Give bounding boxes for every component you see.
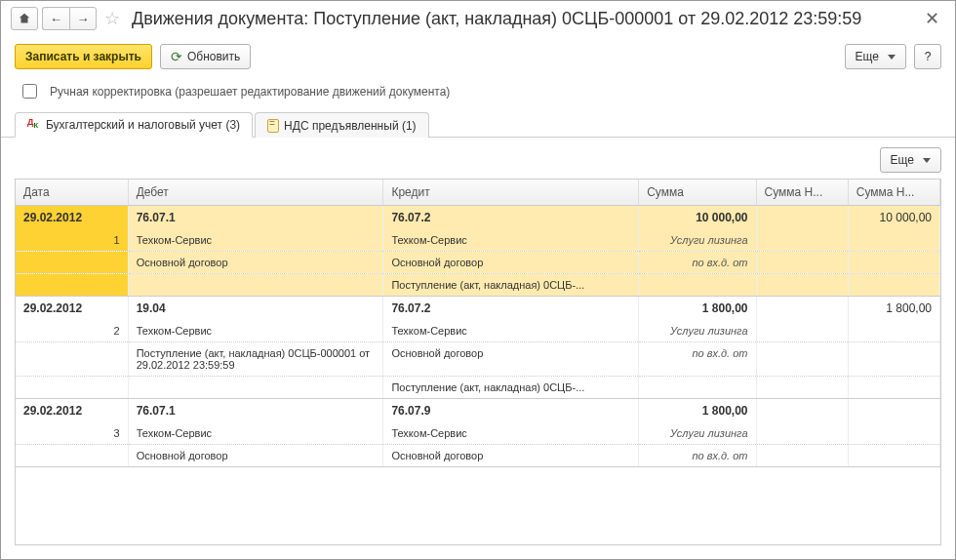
save-close-button[interactable]: Записать и закрыть: [15, 44, 152, 69]
cell-debit-line: Поступление (акт, накладная) 0СЦБ-000001…: [128, 342, 383, 377]
window-title: Движения документа: Поступление (акт, на…: [132, 9, 915, 29]
tabs: ДК Бухгалтерский и налоговый учет (3) НД…: [1, 111, 955, 138]
table-row[interactable]: 29.02.201276.07.176.07.210 000,0010 000,…: [16, 206, 940, 230]
table-subrow[interactable]: Основной договорОсновной договорпо вх.д.…: [16, 252, 940, 274]
cell-date: 29.02.2012: [16, 297, 128, 321]
cell-n: 1: [16, 229, 128, 252]
cell-sum-n2: 10 000,00: [848, 206, 939, 230]
cell-n: 3: [16, 422, 128, 445]
col-sum[interactable]: Сумма: [639, 180, 756, 206]
cell-debit-acc: 76.07.1: [128, 206, 383, 230]
cell-credit-line: Основной договор: [383, 342, 639, 377]
cell-debit-line: [128, 274, 383, 297]
main-toolbar: Записать и закрыть ⟳ Обновить Еще ?: [1, 36, 955, 77]
cell-debit-line: Основной договор: [128, 445, 383, 467]
cell-credit-acc: 76.07.2: [383, 206, 639, 230]
table-subrow[interactable]: 3Техком-СервисТехком-СервисУслуги лизинг…: [16, 422, 940, 445]
forward-button[interactable]: →: [69, 7, 97, 30]
grid-more-button[interactable]: Еще: [880, 147, 941, 173]
cell-sum-n2: 1 800,00: [848, 297, 939, 321]
cell-sum-n1: [756, 206, 848, 230]
back-button[interactable]: ←: [42, 7, 69, 30]
cell-credit-line: Поступление (акт, накладная) 0СЦБ-...: [383, 274, 639, 297]
cell-credit-line: Техком-Сервис: [383, 422, 639, 445]
cell-debit-line: Техком-Сервис: [128, 229, 383, 252]
cell-debit-line: Техком-Сервис: [128, 422, 383, 445]
refresh-button[interactable]: ⟳ Обновить: [160, 44, 251, 69]
tab-vat-label: НДС предъявленный (1): [284, 119, 416, 133]
grid-header-row: Дата Дебет Кредит Сумма Сумма Н... Сумма…: [16, 180, 940, 206]
table-subrow[interactable]: 2Техком-СервисТехком-СервисУслуги лизинг…: [16, 320, 940, 342]
dk-icon: ДК: [27, 118, 41, 132]
help-icon: ?: [925, 50, 932, 63]
col-sum-n1[interactable]: Сумма Н...: [756, 180, 848, 206]
cell-desc: по вх.д. от: [639, 252, 756, 274]
col-date[interactable]: Дата: [16, 180, 128, 206]
table-row[interactable]: 29.02.201219.0476.07.21 800,001 800,00: [16, 297, 940, 321]
cell-sum: 1 800,00: [639, 297, 756, 321]
cell-date: 29.02.2012: [16, 206, 128, 230]
cell-credit-line: Основной договор: [383, 445, 639, 467]
entries-grid[interactable]: Дата Дебет Кредит Сумма Сумма Н... Сумма…: [15, 179, 941, 545]
grid-more-label: Еще: [891, 153, 914, 167]
cell-date: 29.02.2012: [16, 399, 128, 423]
favorite-star-icon[interactable]: ☆: [100, 8, 124, 29]
cell-n: 2: [16, 320, 128, 342]
home-icon: [18, 12, 31, 25]
cell-debit-line: [128, 377, 383, 399]
col-debit[interactable]: Дебет: [128, 180, 383, 206]
table-subrow[interactable]: 1Техком-СервисТехком-СервисУслуги лизинг…: [16, 229, 940, 252]
cell-credit-line: Основной договор: [383, 252, 639, 274]
cell-sum-n1: [756, 399, 848, 423]
manual-correction-row: Ручная корректировка (разрешает редактир…: [1, 77, 955, 111]
col-credit[interactable]: Кредит: [383, 180, 639, 206]
cell-debit-line: Основной договор: [128, 252, 383, 274]
help-button[interactable]: ?: [914, 44, 941, 69]
sheet-icon: [267, 119, 279, 133]
table-subrow[interactable]: Поступление (акт, накладная) 0СЦБ-...: [16, 377, 940, 399]
cell-sum-n2: [848, 399, 939, 423]
manual-correction-label: Ручная корректировка (разрешает редактир…: [50, 85, 450, 99]
cell-sum: 1 800,00: [639, 399, 756, 423]
table-row[interactable]: 29.02.201276.07.176.07.91 800,00: [16, 399, 940, 423]
cell-sum-n1: [756, 297, 848, 321]
titlebar: ← → ☆ Движения документа: Поступление (а…: [1, 1, 955, 36]
cell-sum: 10 000,00: [639, 206, 756, 230]
cell-desc: Услуги лизинга: [639, 229, 756, 252]
refresh-label: Обновить: [187, 50, 240, 63]
more-label: Еще: [856, 50, 879, 63]
cell-desc: по вх.д. от: [639, 342, 756, 377]
tab-vat[interactable]: НДС предъявленный (1): [255, 112, 428, 138]
more-button[interactable]: Еще: [845, 44, 906, 69]
cell-desc: Услуги лизинга: [639, 422, 756, 445]
table-subrow[interactable]: Основной договорОсновной договорпо вх.д.…: [16, 445, 940, 467]
arrow-right-icon: →: [77, 12, 90, 26]
save-close-label: Записать и закрыть: [25, 50, 141, 63]
cell-desc: по вх.д. от: [639, 445, 756, 467]
manual-correction-checkbox[interactable]: [22, 84, 37, 99]
cell-debit-line: Техком-Сервис: [128, 320, 383, 342]
home-button[interactable]: [11, 7, 38, 30]
cell-debit-acc: 76.07.1: [128, 399, 383, 423]
cell-credit-line: Техком-Сервис: [383, 229, 639, 252]
cell-credit-line: Поступление (акт, накладная) 0СЦБ-...: [383, 377, 639, 399]
tab-content: Еще Дата Дебет Кредит Сумма Сумма Н... С…: [1, 138, 955, 559]
cell-credit-line: Техком-Сервис: [383, 320, 639, 342]
table-subrow[interactable]: Поступление (акт, накладная) 0СЦБ-000001…: [16, 342, 940, 377]
cell-debit-acc: 19.04: [128, 297, 383, 321]
arrow-left-icon: ←: [50, 12, 62, 26]
tab-accounting-label: Бухгалтерский и налоговый учет (3): [46, 118, 240, 132]
cell-desc: Услуги лизинга: [639, 320, 756, 342]
tab-accounting[interactable]: ДК Бухгалтерский и налоговый учет (3): [15, 112, 253, 138]
col-sum-n2[interactable]: Сумма Н...: [848, 180, 939, 206]
cell-credit-acc: 76.07.9: [383, 399, 639, 423]
table-subrow[interactable]: Поступление (акт, накладная) 0СЦБ-...: [16, 274, 940, 297]
close-button[interactable]: ✕: [919, 8, 945, 29]
close-icon: ✕: [925, 9, 939, 28]
window: ← → ☆ Движения документа: Поступление (а…: [0, 0, 956, 560]
refresh-icon: ⟳: [171, 49, 182, 64]
cell-credit-acc: 76.07.2: [383, 297, 639, 321]
